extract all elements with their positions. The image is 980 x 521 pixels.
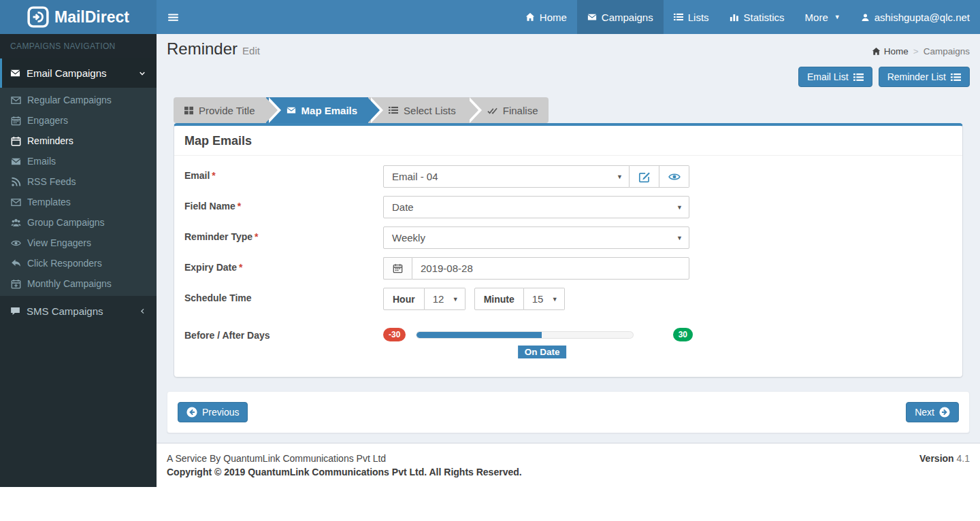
page-subtitle: Edit bbox=[242, 45, 260, 56]
slider-fill[interactable] bbox=[416, 332, 542, 338]
email-list-label: Email List bbox=[807, 71, 849, 82]
step-label: Provide Title bbox=[199, 105, 255, 116]
before-after-slider[interactable] bbox=[416, 331, 633, 339]
panel-title: Map Emails bbox=[174, 126, 962, 156]
nav-item-campaigns[interactable]: Campaigns bbox=[577, 0, 664, 34]
nav-lists-label: Lists bbox=[688, 12, 709, 23]
footer-copyright-line: Copyright © 2019 QuantumLink Communicati… bbox=[167, 467, 522, 477]
sidebar-item-reminders[interactable]: Reminders bbox=[0, 131, 157, 151]
sidebar-item-group-campaigns[interactable]: Group Campaigns bbox=[0, 212, 157, 233]
hour-addon-label: Hour bbox=[383, 288, 425, 310]
sidebar-label: Regular Campaigns bbox=[27, 95, 112, 105]
field-name-select[interactable]: Date ▼ bbox=[383, 196, 689, 218]
previous-label: Previous bbox=[202, 407, 239, 418]
chevron-down-icon: ▼ bbox=[676, 235, 683, 241]
sidebar-item-regular-campaigns[interactable]: Regular Campaigns bbox=[0, 90, 157, 110]
minute-select[interactable]: 15 ▼ bbox=[524, 288, 565, 310]
hour-select[interactable]: 12 ▼ bbox=[425, 288, 466, 310]
slider-max-badge: 30 bbox=[673, 328, 693, 341]
sidebar-toggle-button[interactable] bbox=[157, 0, 189, 34]
email-icon bbox=[11, 156, 21, 167]
nav-more-label: More bbox=[805, 12, 828, 23]
sidebar-label: Engagers bbox=[27, 115, 68, 126]
breadcrumb-home[interactable]: Home bbox=[872, 46, 909, 56]
breadcrumb-current: Campaigns bbox=[924, 46, 970, 56]
chevron-down-icon: ▼ bbox=[453, 296, 459, 303]
chevron-left-icon bbox=[139, 307, 146, 315]
sidebar-item-rss-feeds[interactable]: RSS Feeds bbox=[0, 171, 157, 192]
minute-addon-label: Minute bbox=[474, 288, 524, 310]
sidebar-label: Click Responders bbox=[27, 258, 102, 269]
next-button[interactable]: Next bbox=[906, 402, 959, 422]
field-name-label: Field Name* bbox=[184, 196, 383, 212]
comment-icon bbox=[10, 306, 20, 316]
chevron-down-icon bbox=[138, 69, 146, 78]
maildirect-logo-icon bbox=[27, 6, 49, 28]
sidebar-sms-label: SMS Campaigns bbox=[27, 305, 133, 317]
list-icon bbox=[389, 105, 398, 115]
nav-item-home[interactable]: Home bbox=[515, 0, 577, 34]
nav-campaigns-label: Campaigns bbox=[602, 12, 653, 23]
sidebar-item-sms-campaigns[interactable]: SMS Campaigns bbox=[0, 296, 157, 326]
sidebar-item-view-engagers[interactable]: View Engagers bbox=[0, 233, 157, 253]
preview-email-button[interactable] bbox=[659, 165, 689, 188]
reminder-list-button[interactable]: Reminder List bbox=[879, 67, 970, 87]
sidebar-label: Reminders bbox=[27, 135, 74, 146]
sidebar-item-engagers[interactable]: Engagers bbox=[0, 110, 157, 131]
required-asterisk: * bbox=[239, 262, 242, 273]
version-number: 4.1 bbox=[957, 453, 970, 464]
email-list-button[interactable]: Email List bbox=[798, 67, 872, 87]
breadcrumb: Home > Campaigns bbox=[872, 39, 970, 56]
next-label: Next bbox=[915, 407, 934, 418]
expiry-date-label: Expiry Date* bbox=[184, 257, 383, 273]
home-icon bbox=[525, 12, 535, 22]
expiry-date-input[interactable]: 2019-08-28 bbox=[412, 257, 689, 280]
slider-min-badge: -30 bbox=[383, 328, 406, 341]
nav-item-user[interactable]: ashishgupta@qlc.net bbox=[851, 0, 980, 34]
step-map-emails[interactable]: Map Emails bbox=[266, 97, 369, 123]
sidebar-item-monthly-campaigns[interactable]: Monthly Campaigns bbox=[0, 273, 157, 294]
step-label: Select Lists bbox=[404, 105, 456, 116]
email-select[interactable]: Email - 04 ▼ bbox=[383, 165, 630, 188]
rss-icon bbox=[11, 177, 21, 187]
envelope-icon bbox=[587, 12, 597, 22]
sidebar-item-templates[interactable]: Templates bbox=[0, 192, 157, 212]
footer-version: Version 4.1 bbox=[919, 453, 970, 477]
users-icon bbox=[11, 218, 21, 228]
wizard-nav-panel: Previous Next bbox=[167, 391, 970, 433]
envelope-icon bbox=[287, 105, 296, 115]
sidebar-label: Monthly Campaigns bbox=[27, 278, 112, 289]
reply-icon bbox=[11, 258, 21, 269]
step-provide-title[interactable]: Provide Title bbox=[174, 97, 266, 123]
nav-item-statistics[interactable]: Statistics bbox=[719, 0, 795, 34]
circle-arrow-right-icon bbox=[939, 407, 950, 418]
chevron-down-icon: ▼ bbox=[617, 173, 623, 180]
edit-email-button[interactable] bbox=[630, 165, 659, 188]
envelope-icon bbox=[11, 95, 21, 105]
brand-name: MailDirect bbox=[54, 8, 129, 27]
chevron-down-icon: ▼ bbox=[552, 296, 558, 303]
footer-service-line: A Service By QuantumLink Communications … bbox=[167, 453, 522, 464]
sidebar-item-click-responders[interactable]: Click Responders bbox=[0, 253, 157, 273]
previous-button[interactable]: Previous bbox=[178, 402, 248, 422]
circle-arrow-left-icon bbox=[186, 407, 197, 418]
nav-item-more[interactable]: More ▼ bbox=[795, 0, 851, 34]
step-label: Finalise bbox=[503, 105, 538, 116]
calendar-icon bbox=[11, 116, 21, 126]
nav-item-lists[interactable]: Lists bbox=[664, 0, 719, 34]
field-name-select-value: Date bbox=[392, 201, 414, 213]
brand-logo[interactable]: MailDirect bbox=[0, 0, 157, 34]
sidebar: CAMPAIGNS NAVIGATION Email Campaigns Reg… bbox=[0, 34, 157, 487]
sidebar-item-email-campaigns[interactable]: Email Campaigns bbox=[0, 58, 157, 88]
hour-select-value: 12 bbox=[433, 293, 444, 305]
datepicker-addon[interactable] bbox=[383, 257, 412, 280]
sidebar-label: View Engagers bbox=[27, 237, 91, 248]
breadcrumb-separator: > bbox=[913, 46, 919, 56]
list-icon bbox=[951, 72, 961, 82]
wizard-steps: Provide Title Map Emails Select Lists Fi… bbox=[174, 97, 963, 123]
grid-icon bbox=[184, 106, 193, 115]
sidebar-item-emails[interactable]: Emails bbox=[0, 151, 157, 171]
reminder-type-label: Reminder Type* bbox=[184, 226, 383, 242]
reminder-type-select[interactable]: Weekly ▼ bbox=[383, 226, 689, 249]
double-check-icon bbox=[487, 105, 497, 116]
